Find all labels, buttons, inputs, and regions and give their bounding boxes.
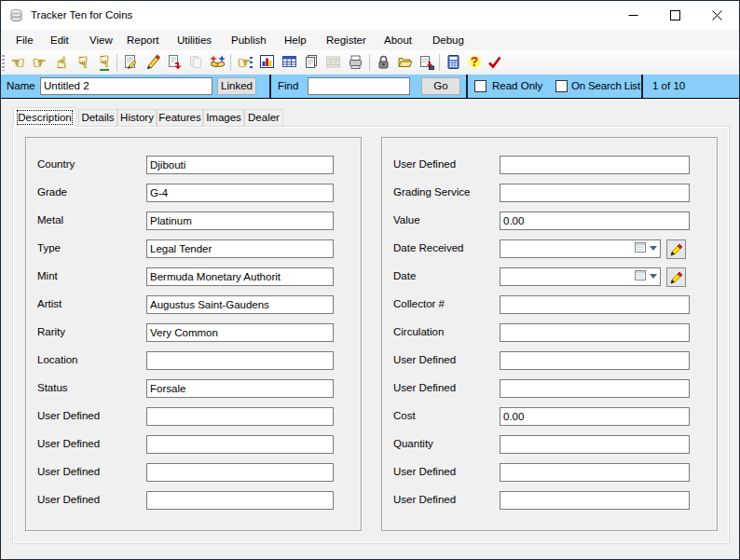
field-user-defined-2-input[interactable] xyxy=(500,351,690,370)
field-user-defined-2-input[interactable] xyxy=(146,435,334,454)
field-value-input[interactable]: 0.00 xyxy=(500,212,690,230)
field-user-defined-input[interactable] xyxy=(146,407,334,426)
maximize-button[interactable] xyxy=(654,1,696,29)
name-input[interactable]: Untitled 2 xyxy=(40,77,212,95)
field-date-received-date-combo[interactable] xyxy=(500,239,661,258)
field-user-defined-2-label: User Defined xyxy=(37,438,100,449)
save-as-icon[interactable] xyxy=(418,54,434,71)
tab-label: Details xyxy=(81,112,114,123)
record-up-icon[interactable]: ☝ xyxy=(53,54,70,71)
calculator-icon[interactable] xyxy=(445,54,461,71)
field-date-received-clear-button[interactable] xyxy=(666,239,686,259)
field-user-defined-input[interactable] xyxy=(500,156,690,174)
field-quantity-input[interactable] xyxy=(500,435,690,454)
field-user-defined-3-label: User Defined xyxy=(37,466,100,477)
field-country-input[interactable]: Djibouti xyxy=(146,156,334,174)
chart-icon[interactable] xyxy=(258,54,275,71)
field-collector-input[interactable] xyxy=(500,295,690,314)
tab-label: Images xyxy=(206,112,241,123)
on-search-list-label: On Search List xyxy=(571,75,640,98)
toolbar: ☜☞☝☟☟☞? xyxy=(0,50,740,75)
exchange-icon[interactable] xyxy=(209,54,226,71)
tab-description[interactable]: Description xyxy=(13,107,76,127)
tab-label: Features xyxy=(158,112,200,123)
field-grade-input[interactable]: G-4 xyxy=(146,184,334,202)
field-user-defined-label: User Defined xyxy=(37,410,100,421)
find-label: Find xyxy=(278,75,298,98)
record-down-icon[interactable]: ☟ xyxy=(75,54,91,71)
field-type-input[interactable]: Legal Tender xyxy=(146,239,334,258)
field-user-defined-4-input[interactable] xyxy=(500,463,690,482)
field-date-clear-button[interactable] xyxy=(666,267,686,287)
minimize-button[interactable] xyxy=(612,1,654,29)
field-rarity-input[interactable]: Very Common xyxy=(146,323,334,342)
menu-utilities[interactable]: Utilities xyxy=(177,30,212,50)
record-select-icon[interactable]: ☟ xyxy=(96,54,113,71)
field-user-defined-3-input[interactable] xyxy=(146,463,334,482)
field-status-input[interactable]: Forsale xyxy=(146,379,334,398)
record-position: 1 of 10 xyxy=(652,75,685,98)
calendar-dropdown-icon[interactable] xyxy=(635,242,657,253)
go-button[interactable]: Go xyxy=(421,77,460,95)
lock-icon[interactable] xyxy=(375,54,391,71)
menu-edit[interactable]: Edit xyxy=(50,30,69,50)
menu-file[interactable]: File xyxy=(16,30,34,50)
minimize-icon xyxy=(628,10,638,20)
on-search-list-checkbox[interactable] xyxy=(555,80,568,92)
goto-record-icon[interactable]: ☞ xyxy=(236,54,253,71)
field-user-defined-5-input[interactable] xyxy=(500,491,690,510)
tab-dealer[interactable]: Dealer xyxy=(244,109,283,126)
menu-register[interactable]: Register xyxy=(326,30,366,50)
toolbar-separator xyxy=(369,54,370,71)
menu-help[interactable]: Help xyxy=(284,30,307,50)
tab-images[interactable]: Images xyxy=(203,109,244,126)
move-record-icon[interactable] xyxy=(166,54,183,71)
field-date-date-combo[interactable] xyxy=(500,267,661,286)
menu-debug[interactable]: Debug xyxy=(432,30,464,50)
toolbar-separator xyxy=(230,54,231,71)
linked-button[interactable]: Linked xyxy=(217,77,256,95)
tab-features[interactable]: Features xyxy=(157,109,203,126)
app-icon xyxy=(9,8,23,23)
field-mint-label: Mint xyxy=(37,270,58,281)
field-artist-input[interactable]: Augustus Saint-Gaudens xyxy=(146,295,334,314)
field-collector-label: Collector # xyxy=(393,298,445,309)
tab-history[interactable]: History xyxy=(117,109,157,126)
duplicate-icon[interactable] xyxy=(303,54,320,71)
new-record-icon[interactable] xyxy=(122,54,139,71)
record-next-icon[interactable]: ☞ xyxy=(31,54,48,71)
field-status-label: Status xyxy=(37,382,68,393)
read-only-checkbox[interactable] xyxy=(474,80,486,92)
field-user-defined-4-input[interactable] xyxy=(146,491,334,510)
maximize-icon xyxy=(670,10,680,20)
field-user-defined-3-label: User Defined xyxy=(393,382,456,393)
field-user-defined-3-input[interactable] xyxy=(500,379,690,398)
field-location-input[interactable] xyxy=(146,351,334,370)
record-previous-icon[interactable]: ☜ xyxy=(9,54,26,71)
toolbar-grip[interactable] xyxy=(2,55,5,71)
window-title: Tracker Ten for Coins xyxy=(31,1,132,30)
calendar-dropdown-icon[interactable] xyxy=(635,270,657,281)
field-metal-input[interactable]: Platinum xyxy=(146,212,334,230)
menu-report[interactable]: Report xyxy=(127,30,159,50)
field-grading-service-input[interactable] xyxy=(500,184,690,202)
find-input[interactable] xyxy=(308,77,410,95)
name-label: Name xyxy=(7,75,35,98)
help-icon[interactable]: ? xyxy=(466,54,483,71)
field-circulation-input[interactable] xyxy=(500,323,690,342)
menu-about[interactable]: About xyxy=(384,30,412,50)
app-window: Tracker Ten for Coins FileEditViewReport… xyxy=(0,0,740,560)
edit-record-icon[interactable] xyxy=(144,54,161,71)
table-view-icon[interactable] xyxy=(281,54,297,71)
open-folder-icon[interactable] xyxy=(396,54,413,71)
field-mint-input[interactable]: Bermuda Monetary Authorit xyxy=(146,267,334,286)
tab-details[interactable]: Details xyxy=(78,109,117,126)
menu-publish[interactable]: Publish xyxy=(231,30,267,50)
menu-view[interactable]: View xyxy=(89,30,113,50)
print-icon[interactable] xyxy=(347,54,363,71)
field-cost-input[interactable]: 0.00 xyxy=(500,407,690,426)
confirm-icon[interactable] xyxy=(486,54,502,71)
close-button[interactable] xyxy=(696,1,738,29)
tab-label: History xyxy=(120,112,154,123)
field-user-defined-5-label: User Defined xyxy=(393,494,456,505)
